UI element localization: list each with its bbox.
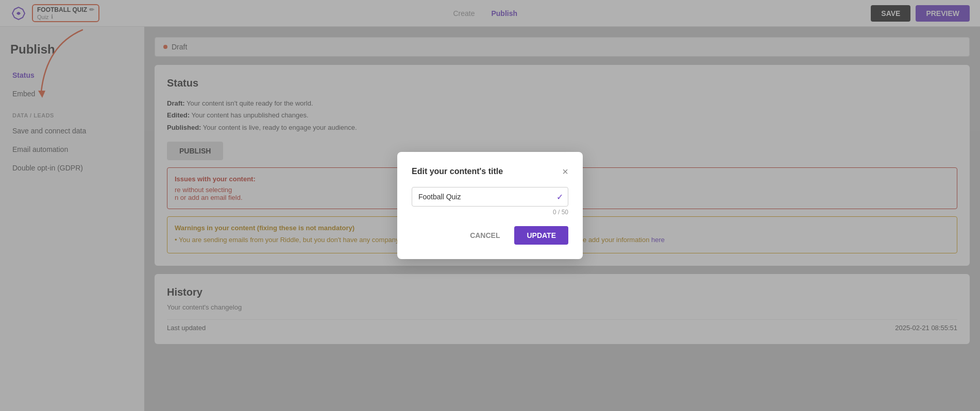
title-input[interactable] xyxy=(412,187,568,207)
modal-overlay[interactable]: Edit your content's title × ✓ 0 / 50 CAN… xyxy=(0,0,980,411)
edit-title-modal: Edit your content's title × ✓ 0 / 50 CAN… xyxy=(397,152,583,259)
modal-actions: CANCEL UPDATE xyxy=(412,226,568,245)
modal-title: Edit your content's title xyxy=(412,167,503,176)
modal-header: Edit your content's title × xyxy=(412,166,568,177)
cancel-button[interactable]: CANCEL xyxy=(462,226,508,245)
char-count: 0 / 50 xyxy=(412,209,568,216)
check-icon: ✓ xyxy=(556,192,563,202)
modal-input-wrap: ✓ xyxy=(412,187,568,207)
modal-close-button[interactable]: × xyxy=(562,166,568,177)
update-button[interactable]: UPDATE xyxy=(514,226,568,245)
